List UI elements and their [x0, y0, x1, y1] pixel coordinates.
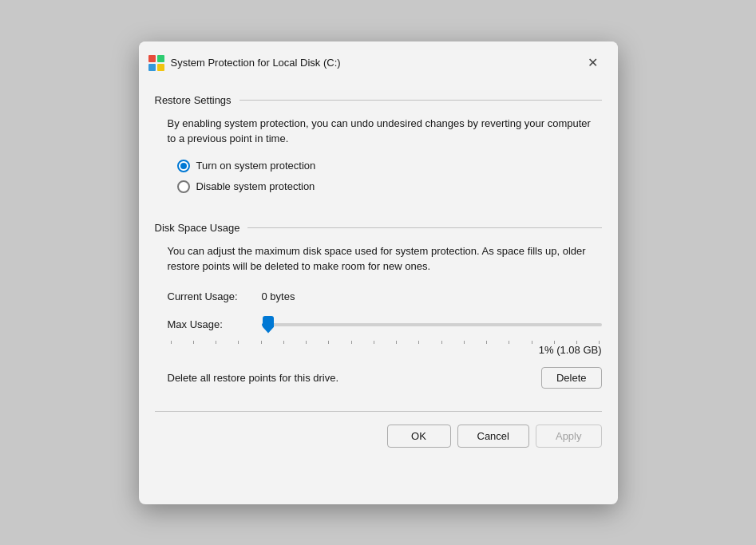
slider-track — [262, 323, 602, 326]
windows-icon — [148, 55, 164, 71]
tick-16 — [509, 341, 509, 344]
radio-turn-on-input[interactable] — [177, 160, 190, 172]
current-usage-label: Current Usage: — [168, 290, 255, 302]
radio-turn-on-label: Turn on system protection — [196, 160, 316, 172]
tick-12 — [418, 341, 419, 344]
disk-space-section: Disk Space Usage You can adjust the maxi… — [155, 215, 602, 405]
ok-button[interactable]: OK — [387, 425, 451, 448]
radio-turn-on[interactable]: Turn on system protection — [177, 160, 602, 172]
tick-19 — [576, 341, 577, 344]
tick-13 — [441, 341, 442, 344]
dialog-content: Restore Settings By enabling system prot… — [139, 81, 618, 504]
tick-15 — [486, 341, 487, 344]
restore-settings-description: By enabling system protection, you can u… — [155, 116, 602, 147]
tick-3 — [216, 341, 216, 344]
disk-space-title: Disk Space Usage — [155, 222, 240, 234]
tick-17 — [532, 341, 532, 344]
tick-2 — [193, 341, 194, 344]
tick-7 — [306, 341, 307, 344]
tick-6 — [283, 341, 284, 344]
tick-4 — [238, 341, 239, 344]
max-usage-row: Max Usage: — [155, 314, 602, 336]
icon-quad-3 — [148, 64, 156, 71]
delete-text: Delete all restore points for this drive… — [168, 372, 339, 384]
icon-quad-2 — [157, 55, 164, 62]
tick-14 — [464, 341, 465, 344]
disk-space-line — [247, 227, 601, 228]
title-bar-left: System Protection for Local Disk (C:) — [148, 55, 341, 71]
disk-space-header: Disk Space Usage — [155, 222, 602, 234]
tick-5 — [261, 341, 262, 344]
current-usage-row: Current Usage: 0 bytes — [155, 290, 602, 302]
restore-settings-line — [239, 100, 602, 101]
tick-9 — [351, 341, 352, 344]
disk-space-description: You can adjust the maximum disk space us… — [155, 243, 602, 274]
system-protection-dialog: System Protection for Local Disk (C:) ✕ … — [139, 41, 618, 504]
restore-settings-title: Restore Settings — [155, 94, 232, 106]
footer-buttons: OK Cancel Apply — [155, 425, 602, 454]
footer-separator — [155, 411, 602, 412]
title-bar: System Protection for Local Disk (C:) ✕ — [139, 41, 618, 81]
apply-button[interactable]: Apply — [536, 425, 602, 448]
radio-disable-input[interactable] — [177, 180, 190, 193]
cancel-button[interactable]: Cancel — [457, 425, 529, 448]
radio-disable-label: Disable system protection — [196, 180, 315, 192]
dialog-title: System Protection for Local Disk (C:) — [171, 57, 341, 69]
icon-quad-1 — [148, 55, 156, 62]
max-usage-slider-container — [262, 314, 602, 336]
delete-button[interactable]: Delete — [541, 367, 602, 389]
tick-18 — [554, 341, 555, 344]
current-usage-value: 0 bytes — [262, 290, 295, 302]
icon-quad-4 — [157, 64, 164, 71]
delete-row: Delete all restore points for this drive… — [155, 367, 602, 389]
slider-value-display: 1% (1.08 GB) — [155, 344, 602, 356]
radio-disable[interactable]: Disable system protection — [177, 180, 602, 193]
restore-settings-options: Turn on system protection Disable system… — [155, 160, 602, 193]
tick-11 — [396, 341, 397, 344]
max-usage-label: Max Usage: — [168, 318, 255, 330]
tick-20 — [599, 341, 600, 344]
close-button[interactable]: ✕ — [581, 51, 605, 75]
tick-10 — [374, 341, 374, 344]
slider-thumb[interactable] — [263, 316, 274, 334]
tick-1 — [171, 341, 172, 344]
restore-settings-header: Restore Settings — [155, 94, 602, 106]
tick-8 — [328, 341, 329, 344]
